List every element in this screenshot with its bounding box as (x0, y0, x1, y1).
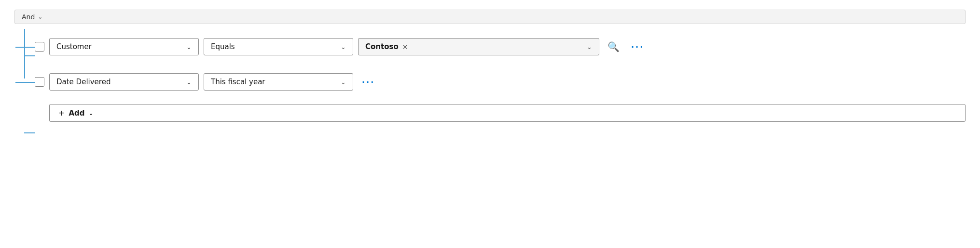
and-button[interactable]: And ⌄ (14, 10, 966, 24)
and-chevron-icon: ⌄ (38, 13, 42, 20)
vertical-connector-line (24, 29, 25, 78)
row1-operator-dropdown[interactable]: Equals ⌄ (204, 38, 353, 55)
row2-field-chevron-icon: ⌄ (186, 78, 192, 86)
rows-area: Customer ⌄ Equals ⌄ Contoso × ⌄ (14, 29, 966, 122)
row2-field-label: Date Delivered (56, 78, 110, 86)
row1-search-button[interactable]: 🔍 (604, 38, 622, 56)
horizontal-connector-row2 (24, 132, 35, 133)
row1-value-dropdown[interactable]: Contoso × ⌄ (358, 38, 599, 55)
row1-value-tag-text: Contoso (365, 42, 399, 51)
filter-row-2: Date Delivered ⌄ This fiscal year ⌄ ··· (35, 65, 966, 99)
row2-field-dropdown[interactable]: Date Delivered ⌄ (49, 73, 199, 91)
row2-checkbox[interactable] (35, 77, 44, 87)
row2-operator-dropdown[interactable]: This fiscal year ⌄ (204, 73, 353, 91)
add-chevron-icon: ⌄ (89, 110, 94, 117)
connector-line-area (14, 29, 35, 122)
row1-operator-label: Equals (211, 42, 235, 51)
row2-more-options-button[interactable]: ··· (358, 76, 379, 89)
rows-content: Customer ⌄ Equals ⌄ Contoso × ⌄ (35, 29, 966, 122)
row1-value-tag: Contoso × (365, 42, 408, 51)
add-label: Add (69, 109, 84, 117)
and-label: And (22, 13, 35, 21)
row1-more-options-button[interactable]: ··· (627, 40, 648, 53)
row1-checkbox[interactable] (35, 42, 44, 52)
add-plus-icon: + (58, 108, 65, 117)
row1-field-dropdown[interactable]: Customer ⌄ (49, 38, 199, 55)
filter-row-1: Customer ⌄ Equals ⌄ Contoso × ⌄ (35, 29, 966, 65)
row2-operator-chevron-icon: ⌄ (341, 78, 346, 86)
add-button[interactable]: + Add ⌄ (49, 104, 966, 122)
row1-value-tag-close-icon[interactable]: × (402, 43, 408, 51)
row2-more-options-icon: ··· (362, 78, 375, 87)
search-icon: 🔍 (607, 41, 620, 52)
row1-operator-chevron-icon: ⌄ (341, 43, 346, 51)
horizontal-connector-row1 (24, 55, 35, 56)
row1-value-chevron-icon: ⌄ (587, 43, 592, 51)
row1-field-label: Customer (56, 42, 92, 51)
row2-operator-label: This fiscal year (211, 78, 265, 86)
row1-field-chevron-icon: ⌄ (186, 43, 192, 51)
filter-container: And ⌄ Customer ⌄ Equals (14, 10, 966, 122)
more-options-icon: ··· (631, 42, 644, 52)
